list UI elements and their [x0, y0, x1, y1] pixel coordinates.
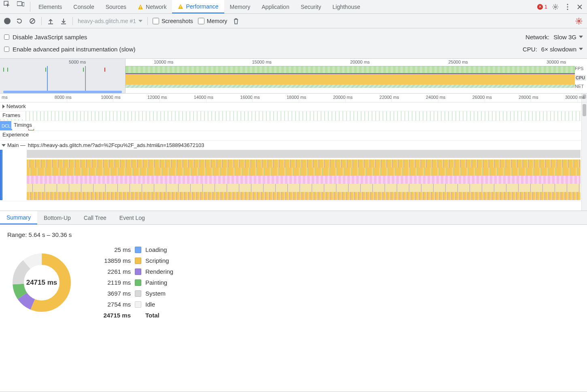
separator: [30, 2, 30, 12]
save-profile-icon[interactable]: [60, 17, 68, 25]
advanced-paint-label: Enable advanced paint instrumentation (s…: [13, 46, 136, 53]
recording-selector[interactable]: heavy-ads.glitch.me #1: [78, 18, 142, 24]
svg-rect-1: [17, 2, 22, 6]
details-tabstrip: SummaryBottom-UpCall TreeEvent Log: [0, 211, 587, 225]
capture-settings-gear-icon[interactable]: [575, 17, 583, 25]
summary-legend: 25 msLoading13859 msScripting2261 msRend…: [92, 246, 173, 319]
inspect-element-icon[interactable]: [0, 0, 14, 8]
overview-net-label: NET: [575, 84, 586, 89]
disable-js-samples-label: Disable JavaScript samples: [13, 34, 87, 40]
main-track-prefix: Main —: [7, 142, 26, 148]
disable-js-samples-checkbox[interactable]: Disable JavaScript samples: [4, 34, 87, 40]
legend-ms: 2754 ms: [92, 301, 131, 308]
tab-label: Security: [301, 4, 321, 10]
ruler-tick: 18000 ms: [287, 95, 306, 100]
tab-label: Sources: [106, 4, 126, 10]
tab-application[interactable]: Application: [256, 0, 295, 13]
disclosure-icon[interactable]: [2, 104, 5, 109]
scrollbar-thumb[interactable]: [583, 104, 586, 116]
legend-swatch: [135, 268, 141, 275]
clear-icon[interactable]: [28, 17, 36, 25]
disclosure-icon[interactable]: [2, 144, 6, 147]
ruler-tick: 22000 ms: [379, 95, 399, 100]
main-track-url: https://heavy-ads.glitch.me/?ad=%2Fcpu%2…: [28, 142, 204, 148]
tab-elements[interactable]: Elements: [33, 0, 68, 13]
memory-checkbox[interactable]: Memory: [198, 18, 228, 24]
flamechart-ruler[interactable]: ms8000 ms10000 ms12000 ms14000 ms16000 m…: [0, 94, 587, 102]
summary-range: Range: 5.64 s – 30.36 s: [7, 231, 580, 238]
overview-selection[interactable]: 5000 ms: [0, 59, 125, 93]
legend-label: System: [145, 290, 166, 297]
legend-total-row: 24715 msTotal: [92, 312, 173, 319]
details-tab-call-tree[interactable]: Call Tree: [77, 211, 113, 224]
experience-track[interactable]: Experience: [0, 131, 581, 141]
ruler-tick: 14000 ms: [194, 95, 213, 100]
legend-label: Idle: [145, 301, 155, 308]
summary-panel: Range: 5.64 s – 30.36 s 24715 ms 25 msLo…: [0, 225, 587, 392]
error-count-badge[interactable]: ✕ 1: [537, 4, 547, 10]
tab-sources[interactable]: Sources: [100, 0, 132, 13]
load-profile-icon[interactable]: [47, 17, 55, 25]
svg-rect-4: [140, 8, 140, 9]
svg-point-12: [578, 20, 580, 22]
toggle-device-icon[interactable]: [14, 0, 28, 8]
legend-ms: 13859 ms: [92, 257, 131, 264]
legend-row: 2754 msIdle: [92, 301, 173, 308]
frames-track[interactable]: Frames: [0, 111, 581, 121]
record-button[interactable]: [4, 18, 11, 24]
vertical-scrollbar[interactable]: [581, 102, 587, 211]
disable-js-samples-input[interactable]: [4, 34, 9, 40]
screenshots-checkbox[interactable]: Screenshots: [153, 18, 193, 24]
advanced-paint-input[interactable]: [4, 47, 9, 52]
tab-performance[interactable]: Performance: [172, 0, 224, 13]
ruler-tick: 20000 ms: [333, 95, 353, 100]
flame-range-handle[interactable]: [0, 150, 2, 200]
reload-record-icon[interactable]: [15, 17, 23, 25]
timings-track[interactable]: DCL Timings: [0, 121, 581, 131]
network-track-label: Network: [6, 103, 26, 109]
performance-toolbar: heavy-ads.glitch.me #1 Screenshots Memor…: [0, 14, 587, 28]
svg-rect-6: [181, 8, 181, 8]
memory-checkbox-input[interactable]: [198, 18, 204, 24]
screenshots-checkbox-input[interactable]: [153, 18, 159, 24]
svg-point-9: [567, 6, 568, 7]
tab-network[interactable]: Network: [132, 0, 172, 13]
svg-rect-2: [22, 2, 24, 6]
kebab-menu-icon[interactable]: [564, 3, 572, 11]
svg-point-10: [567, 9, 568, 10]
details-tab-bottom-up[interactable]: Bottom-Up: [37, 211, 77, 224]
tab-label: Lighthouse: [332, 4, 360, 10]
legend-ms: 3697 ms: [92, 290, 131, 297]
legend-row: 2119 msPainting: [92, 279, 173, 286]
tab-console[interactable]: Console: [68, 0, 100, 13]
legend-ms: 2119 ms: [92, 279, 131, 286]
ruler-tick: 16000 ms: [240, 95, 259, 100]
cpu-throttle-value: 6× slowdown: [541, 46, 576, 53]
svg-point-7: [555, 6, 556, 7]
tab-memory[interactable]: Memory: [224, 0, 256, 13]
details-tab-summary[interactable]: Summary: [0, 211, 37, 224]
legend-row: 13859 msScripting: [92, 257, 173, 264]
main-track[interactable]: Main — https://heavy-ads.glitch.me/?ad=%…: [0, 141, 581, 201]
tab-security[interactable]: Security: [295, 0, 327, 13]
cpu-throttle-select[interactable]: 6× slowdown: [541, 46, 583, 53]
overview-full[interactable]: 10000 ms15000 ms20000 ms25000 ms30000 ms…: [125, 59, 587, 93]
details-tab-event-log[interactable]: Event Log: [113, 211, 151, 224]
capture-settings: Disable JavaScript samples Network: Slow…: [0, 28, 587, 59]
advanced-paint-checkbox[interactable]: Enable advanced paint instrumentation (s…: [4, 46, 136, 53]
close-devtools-icon[interactable]: [576, 3, 584, 11]
chevron-down-icon: [138, 20, 142, 22]
ruler-tick: ms: [2, 95, 8, 100]
garbage-collect-icon[interactable]: [232, 17, 240, 25]
overview-timeline[interactable]: 5000 ms 10000 ms15000 ms20000 ms25000 ms…: [0, 59, 587, 94]
ruler-tick: 30000 ms: [565, 95, 585, 100]
settings-gear-icon[interactable]: [551, 3, 559, 11]
legend-total-ms: 24715 ms: [92, 312, 131, 319]
legend-swatch: [135, 301, 141, 308]
warning-icon: [178, 4, 183, 9]
legend-swatch: [135, 247, 141, 253]
tab-lighthouse[interactable]: Lighthouse: [327, 0, 366, 13]
network-track[interactable]: Network: [0, 102, 581, 111]
network-throttle-select[interactable]: Slow 3G: [553, 34, 583, 40]
main-flamechart[interactable]: [27, 150, 581, 200]
